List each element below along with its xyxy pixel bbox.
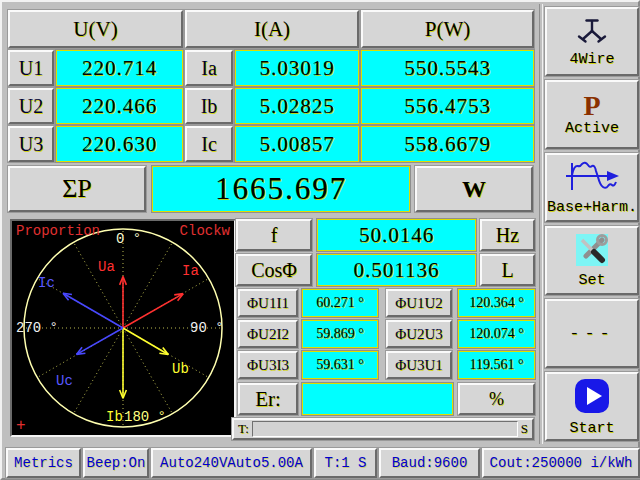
p3-value: 558.6679	[361, 126, 534, 162]
voltage-column-header: U(V)	[8, 10, 183, 48]
phasor-plus-mark: +	[16, 417, 26, 435]
p2-value: 556.4753	[361, 88, 534, 124]
total-power-label: ΣP	[8, 166, 146, 212]
frequency-value: 50.0146	[317, 219, 476, 251]
ic-label: Ic	[185, 126, 233, 162]
start-button[interactable]: Start	[545, 372, 639, 441]
meter-screen: U(V) I(A) P(W) U1 220.714 Ia 5.03019 550…	[0, 0, 640, 480]
status-beep[interactable]: Beep:On	[83, 448, 149, 478]
phasor-svg: 0 °90 °270 °180 °UaIaIcUcUbIb	[12, 221, 234, 435]
wiring-mode-button-label: 4Wire	[569, 51, 614, 68]
sidebar-divider	[539, 4, 543, 444]
vector-Ub	[123, 328, 168, 355]
u3-label: U3	[8, 126, 54, 162]
ia-value: 5.03019	[235, 50, 359, 86]
blank-function-button-label: ---	[569, 324, 615, 343]
timer-row: T: S	[232, 418, 534, 440]
phase-u2u3-label: ΦU2U3	[386, 320, 452, 348]
phasor-grid-line	[74, 242, 124, 328]
phasor-mode-right-label: Clockw	[180, 223, 230, 239]
start-button-label: Start	[569, 420, 614, 437]
phasor-label-Ua: Ua	[98, 259, 115, 275]
ic-value: 5.00857	[235, 126, 359, 162]
error-unit: %	[458, 383, 535, 415]
phasor-grid-line	[74, 328, 124, 414]
harmonics-mode-button-label: Base+Harm.	[547, 199, 637, 216]
status-metrics[interactable]: Metrics	[6, 448, 81, 478]
vector-Uc	[77, 328, 123, 354]
total-power-row: ΣP 1665.697 W	[8, 166, 533, 212]
waveform-icon	[563, 160, 621, 198]
phase-u3u1-label: ΦU3U1	[386, 351, 452, 379]
settings-button[interactable]: Set	[545, 226, 639, 295]
power-type-button[interactable]: P Active	[545, 80, 639, 149]
phase-u3i3-label: ΦU3I3	[238, 351, 298, 379]
status-baud-rate[interactable]: Baud:9600	[379, 448, 480, 478]
phase-u1i1-label: ΦU1I1	[238, 289, 298, 317]
vector-Ia	[123, 294, 183, 328]
status-meter-constant[interactable]: Cout:250000 i/kWh	[482, 448, 640, 478]
phasor-label-90°: 90 °	[190, 320, 224, 336]
play-icon	[573, 377, 611, 419]
total-power-value: 1665.697	[152, 166, 410, 212]
frequency-unit: Hz	[480, 219, 535, 251]
u2-label: U2	[8, 88, 54, 124]
error-value	[302, 383, 453, 415]
phasor-label-Ib: Ib	[106, 409, 123, 425]
phasor-label-270°: 270 °	[16, 320, 58, 336]
current-column-header: I(A)	[185, 10, 359, 48]
power-column-header: P(W)	[361, 10, 534, 48]
phasor-label-180°: 180 °	[124, 409, 166, 425]
phase-u1u2-value: 120.364 °	[458, 289, 535, 317]
timer-progress-bar	[252, 421, 518, 437]
phase-u1i1-value: 60.271 °	[302, 289, 378, 317]
harmonics-mode-button[interactable]: Base+Harm.	[545, 153, 639, 222]
timer-label: T:	[238, 421, 249, 437]
total-power-unit: W	[415, 166, 533, 212]
ia-label: Ia	[185, 50, 233, 86]
phasor-label-Uc: Uc	[56, 373, 73, 389]
wiring-mode-button[interactable]: 4Wire	[545, 7, 639, 76]
timer-unit: S	[521, 421, 528, 437]
tools-icon	[575, 233, 609, 271]
phasor-label-Ic: Ic	[38, 275, 55, 291]
phase-u2u3-value: 120.074 °	[458, 320, 535, 348]
ib-label: Ib	[185, 88, 233, 124]
frequency-label: f	[236, 219, 312, 251]
power-factor-label: CosΦ	[236, 254, 312, 286]
phase-u2i2-value: 59.869 °	[302, 320, 378, 348]
letter-p-icon: P	[583, 93, 600, 119]
u2-value: 220.466	[56, 88, 183, 124]
phase-u3i3-value: 59.631 °	[302, 351, 378, 379]
phasor-label-Ia: Ia	[182, 263, 199, 279]
error-label: Er:	[238, 383, 298, 415]
ib-value: 5.02825	[235, 88, 359, 124]
phasor-label-Ub: Ub	[172, 361, 189, 377]
u3-value: 220.630	[56, 126, 183, 162]
u1-label: U1	[8, 50, 54, 86]
blank-function-button[interactable]: ---	[545, 299, 639, 368]
phasor-diagram: Proportion Clockw + 0 °90 °270 °180 °UaI…	[10, 219, 236, 437]
power-factor-quadrant: L	[480, 254, 535, 286]
phasor-mode-left-label: Proportion	[16, 223, 100, 239]
power-type-button-label: Active	[565, 120, 619, 137]
phasor-grid-line	[123, 328, 173, 414]
settings-button-label: Set	[578, 272, 605, 289]
p1-value: 550.5543	[361, 50, 534, 86]
status-range[interactable]: Auto240VAuto5.00A	[151, 448, 312, 478]
u1-value: 220.714	[56, 50, 183, 86]
phasor-label-0°: 0 °	[116, 231, 141, 247]
status-timer-setting[interactable]: T:1 S	[314, 448, 377, 478]
phase-u3u1-value: 119.561 °	[458, 351, 535, 379]
vector-Ic	[63, 293, 123, 328]
power-factor-value: 0.501136	[317, 254, 476, 286]
measurement-table: U(V) I(A) P(W) U1 220.714 Ia 5.03019 550…	[8, 10, 534, 162]
wye-icon	[574, 16, 610, 50]
phase-u2i2-label: ΦU2I2	[238, 320, 298, 348]
phase-u1u2-label: ΦU1U2	[386, 289, 452, 317]
phasor-grid-line	[123, 242, 173, 328]
